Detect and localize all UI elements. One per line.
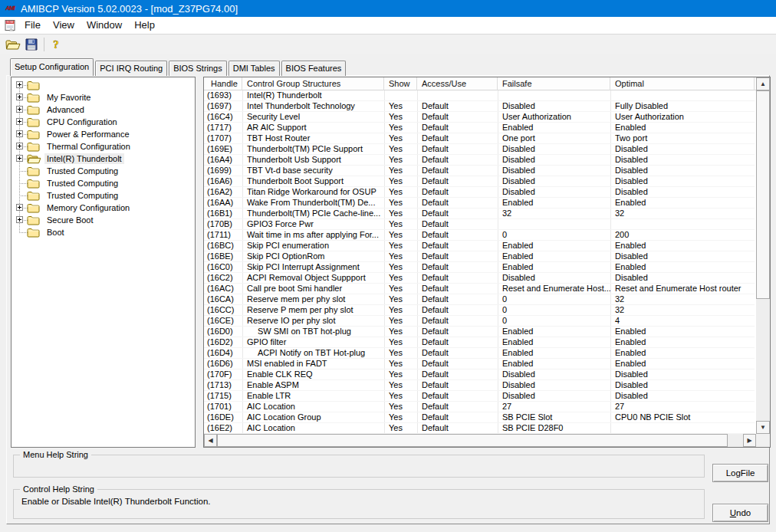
column-header-control-group-structures[interactable]: Control Group Structures (242, 77, 384, 90)
tree-item-my-favorite[interactable]: My Favorite (12, 91, 195, 103)
grid-row-16c4[interactable]: (16C4)Security LevelYesDefaultUser Autho… (204, 112, 755, 123)
rom-document-icon[interactable]: ROM (4, 19, 17, 31)
expand-plus-icon[interactable] (16, 155, 23, 162)
grid-row-16c0[interactable]: (16C0)Skip PCI Interrupt AssignmentYesDe… (204, 262, 755, 273)
tree-item-label: Intel(R) Thunderbolt (44, 153, 124, 164)
tree-item-memory-configuration[interactable]: Memory Configuration (12, 202, 195, 214)
grid-row-1713[interactable]: (1713)Enable ASPMYesDefaultDisabledDisab… (204, 380, 755, 391)
menu-help[interactable]: Help (128, 17, 161, 34)
menu-view[interactable]: View (47, 17, 81, 34)
tree-item-trusted-computing[interactable]: Trusted Computing (12, 189, 195, 202)
expand-plus-icon[interactable] (16, 118, 23, 125)
cell-show: Yes (384, 198, 417, 208)
grid-row-16cc[interactable]: (16CC)Reserve P mem per phy slotYesDefau… (204, 305, 755, 316)
grid-row-16d0[interactable]: (16D0)SW SMI on TBT hot-plugYesDefaultEn… (204, 327, 755, 337)
cell-handle: (1717) (204, 123, 242, 133)
grid-row-16ca[interactable]: (16CA)Reserve mem per phy slotYesDefault… (204, 294, 755, 305)
grid-row-16b1[interactable]: (16B1)Thunderbolt(TM) PCIe Cache-line...… (204, 209, 755, 219)
column-header-show[interactable]: Show (384, 77, 417, 90)
expand-plus-icon[interactable] (16, 143, 23, 149)
column-header-handle[interactable]: Handle (204, 77, 242, 90)
expand-plus-icon[interactable] (16, 81, 23, 88)
tree-item-root[interactable] (12, 79, 195, 91)
help-button[interactable]: ? (48, 36, 66, 53)
scroll-right-button[interactable]: ▶ (743, 434, 756, 447)
cell-control: Enable CLK REQ (242, 369, 384, 379)
tab-bios-features[interactable]: BIOS Features (281, 61, 347, 76)
cell-optimal: User Authorization (610, 112, 755, 122)
open-file-button[interactable] (4, 36, 22, 53)
undo-button[interactable]: Undo (712, 504, 768, 522)
grid-row-16d6[interactable]: (16D6)MSI enabled in FADTYesDefaultEnabl… (204, 359, 755, 369)
tree-item-advanced[interactable]: Advanced (12, 103, 195, 116)
grid-row-1717[interactable]: (1717)AR AIC SupportYesDefaultEnabledEna… (204, 123, 755, 133)
h-scrollbar-thumb[interactable] (217, 434, 728, 447)
scroll-down-button[interactable]: ▼ (756, 421, 770, 434)
cell-optimal: CPU0 NB PCIE Slot (610, 412, 755, 422)
tree-item-secure-boot[interactable]: Secure Boot (12, 214, 195, 226)
cell-access: Default (417, 166, 498, 176)
expand-plus-icon[interactable] (16, 94, 23, 100)
tab-bios-strings[interactable]: BIOS Strings (169, 61, 227, 76)
scroll-left-button[interactable]: ◀ (204, 434, 217, 447)
cell-show: Yes (384, 294, 417, 304)
v-scrollbar-thumb[interactable] (756, 90, 770, 299)
logfile-button[interactable]: LogFile (712, 464, 768, 482)
tab-dmi-tables[interactable]: DMI Tables (229, 61, 280, 76)
menu-window[interactable]: Window (81, 17, 128, 34)
grid-row-16be[interactable]: (16BE)Skip PCI OptionRomYesDefaultEnable… (204, 251, 755, 262)
column-header-failsafe[interactable]: Failsafe (498, 77, 610, 90)
grid-row-16c2[interactable]: (16C2)ACPI Removal Object SuppportYesDef… (204, 273, 755, 284)
grid-row-1693[interactable]: (1693)Intel(R) Thunderbolt (204, 90, 755, 101)
grid-row-1707[interactable]: (1707)TBT Host RouterYesDefaultOne portT… (204, 133, 755, 144)
grid-row-170f[interactable]: (170F)Enable CLK REQYesDefaultDisabledDi… (204, 369, 755, 380)
grid-row-1711[interactable]: (1711)Wait time in ms after applying For… (204, 230, 755, 241)
grid-row-169e[interactable]: (169E)Thunderbolt(TM) PCIe SupportYesDef… (204, 144, 755, 155)
grid-row-16de[interactable]: (16DE)AIC Location GroupYesDefaultSB PCI… (204, 412, 755, 423)
cell-access: Default (417, 337, 498, 347)
save-file-button[interactable] (22, 36, 41, 53)
column-header-optimal[interactable]: Optimal (610, 77, 755, 90)
grid-row-16e2[interactable]: (16E2)AIC LocationYesDefaultSB PCIE D28F… (204, 423, 755, 434)
grid-row-16aa[interactable]: (16AA)Wake From Thunderbolt(TM) De...Yes… (204, 198, 755, 209)
tree-item-power-performance[interactable]: Power & Performance (12, 128, 195, 140)
cell-failsafe: Enabled (498, 198, 610, 208)
grid-row-16d2[interactable]: (16D2)GPIO filterYesDefaultEnabledEnable… (204, 337, 755, 348)
grid-row-16ce[interactable]: (16CE)Reserve IO per phy slotYesDefault0… (204, 316, 755, 327)
tree-item-trusted-computing[interactable]: Trusted Computing (12, 165, 195, 177)
tree-item-thermal-configuration[interactable]: Thermal Configuration (12, 140, 195, 153)
cell-optimal: Enabled (610, 241, 755, 251)
tree-item-trusted-computing[interactable]: Trusted Computing (12, 177, 195, 189)
control-help-text: Enable or Disable Intel(R) Thunderbolt F… (21, 497, 211, 506)
cell-access: Default (417, 348, 498, 358)
grid-row-16d4[interactable]: (16D4)ACPI Notify on TBT Hot-plugYesDefa… (204, 348, 755, 359)
grid-row-16a6[interactable]: (16A6)Thunderbolt Boot SupportYesDefault… (204, 176, 755, 187)
tree-item-intel-r-thunderbolt[interactable]: Intel(R) Thunderbolt (12, 153, 195, 165)
expand-plus-icon[interactable] (16, 106, 23, 113)
cell-show: Yes (384, 219, 417, 229)
tree-item-cpu-configuration[interactable]: CPU Configuration (12, 116, 195, 128)
grid-row-1715[interactable]: (1715)Enable LTRYesDefaultDisabledDisabl… (204, 391, 755, 402)
cell-handle: (16D0) (204, 327, 242, 337)
tab-setup-configuration[interactable]: Setup Configuration (10, 58, 94, 76)
grid-row-170b[interactable]: (170B)GPIO3 Force PwrYesDefault (204, 219, 755, 230)
expand-plus-icon[interactable] (16, 204, 23, 211)
tab-pci-irq-routing[interactable]: PCI IRQ Routing (95, 61, 167, 76)
grid-row-16ac[interactable]: (16AC)Call pre boot Smi handlerYesDefaul… (204, 284, 755, 294)
cell-control: Thunderbolt Boot Support (242, 176, 384, 186)
cell-handle: (16BC) (204, 241, 242, 251)
cell-show: Yes (384, 155, 417, 165)
cell-access: Default (417, 155, 498, 165)
expand-plus-icon[interactable] (16, 130, 23, 137)
menu-file[interactable]: File (18, 17, 47, 34)
grid-row-16bc[interactable]: (16BC)Skip PCI enumerationYesDefaultEnab… (204, 241, 755, 251)
grid-row-1701[interactable]: (1701)AIC LocationYesDefault2727 (204, 402, 755, 412)
tree-item-boot[interactable]: Boot (12, 226, 195, 238)
column-header-access-use[interactable]: Access/Use (417, 77, 498, 90)
scroll-up-button[interactable]: ▲ (756, 77, 770, 90)
grid-row-1699[interactable]: (1699)TBT Vt-d base securityYesDefaultDi… (204, 166, 755, 176)
grid-row-16a2[interactable]: (16A2)Titan Ridge Workaround for OSUPYes… (204, 187, 755, 198)
grid-row-1697[interactable]: (1697)Intel Thunderbolt TechnologyYesDef… (204, 101, 755, 112)
grid-row-16a4[interactable]: (16A4)Thunderbolt Usb SupportYesDefaultD… (204, 155, 755, 166)
expand-plus-icon[interactable] (16, 216, 23, 223)
